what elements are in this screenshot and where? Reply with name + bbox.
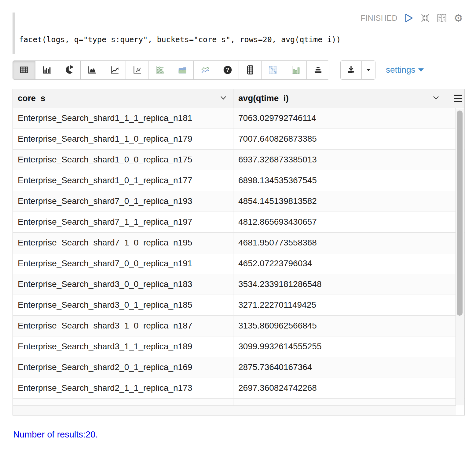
- table-row: Enterprise_Search_shard7_0_1_replica_n19…: [13, 191, 464, 212]
- table-row: Enterprise_Search_shard2_1_1_replica_n17…: [13, 378, 464, 399]
- cell-core-s: Enterprise_Search_shard3_0_1_replica_n18…: [13, 295, 233, 315]
- table-row: Enterprise_Search_shard7_0_0_replica_n19…: [13, 253, 464, 274]
- area-chart-icon: [87, 65, 97, 75]
- chevron-down-icon[interactable]: [220, 96, 226, 100]
- settings-toggle[interactable]: settings: [386, 65, 424, 75]
- editor-gutter: [13, 13, 15, 54]
- scrollbar-corner: [456, 405, 464, 415]
- table-row: Enterprise_Search_shard1_1_0_replica_n17…: [13, 129, 464, 150]
- table-row: Enterprise_Search_shard3_1_1_replica_n18…: [13, 336, 464, 357]
- cell-core-s: Enterprise_Search_shard1_1_1_replica_n18…: [13, 108, 233, 129]
- cell-avg-qtime: 7063.029792746114: [233, 108, 456, 129]
- column-header-core-s[interactable]: core_s: [13, 89, 233, 108]
- download-button[interactable]: [340, 60, 362, 80]
- table-body: Enterprise_Search_shard1_1_1_replica_n18…: [13, 108, 464, 399]
- cell-core-s: Enterprise_Search_shard3_1_0_replica_n18…: [13, 316, 233, 336]
- grid-menu-button[interactable]: [446, 89, 464, 108]
- table-row: Enterprise_Search_shard1_0_1_replica_n17…: [13, 170, 464, 191]
- grouped-bar-chart-button[interactable]: [284, 60, 307, 80]
- visualization-toolbar: ?: [13, 60, 424, 80]
- table-row: Enterprise_Search_shard3_0_1_replica_n18…: [13, 295, 464, 316]
- help-icon: ?: [222, 65, 233, 75]
- cell-avg-qtime: 6898.134535367545: [233, 170, 456, 191]
- line-chart-icon: [109, 65, 120, 75]
- pie-chart-icon: [64, 65, 75, 75]
- heatmap-icon: [268, 65, 278, 75]
- grouped-bar-chart-icon: [290, 65, 301, 75]
- vertical-scrollbar-track[interactable]: [456, 109, 464, 405]
- cell-avg-qtime: 4652.07223796034: [233, 253, 456, 274]
- svg-text:?: ?: [226, 67, 229, 73]
- cell-core-s: Enterprise_Search_shard2_1_1_replica_n17…: [13, 378, 233, 398]
- table-row: Enterprise_Search_shard3_0_0_replica_n18…: [13, 274, 464, 295]
- caret-down-icon: [366, 68, 371, 71]
- column-label: avg(qtime_i): [238, 93, 289, 103]
- cell-avg-qtime: 2875.73640167364: [233, 357, 456, 378]
- table-icon: [19, 65, 29, 75]
- results-table: core_s avg(qtime_i) Enterprise_Search_sh…: [13, 89, 465, 416]
- cell-core-s: Enterprise_Search_shard2_0_1_replica_n16…: [13, 357, 233, 378]
- bar-chart-button[interactable]: [35, 60, 58, 80]
- chart-type-group: ?: [13, 60, 329, 80]
- cell-core-s: Enterprise_Search_shard1_0_0_replica_n17…: [13, 150, 233, 170]
- column-header-avg-qtime[interactable]: avg(qtime_i): [233, 89, 446, 108]
- cell-core-s: Enterprise_Search_shard7_1_1_replica_n19…: [13, 212, 233, 232]
- notebook-paragraph: FINISHED: [0, 0, 476, 450]
- table-row: Enterprise_Search_shard7_1_0_replica_n19…: [13, 233, 464, 253]
- cell-avg-qtime: 4812.865693430657: [233, 212, 456, 232]
- grid-table-icon: [245, 65, 255, 75]
- cell-core-s: Enterprise_Search_shard7_0_1_replica_n19…: [13, 191, 233, 212]
- download-options-button[interactable]: [361, 60, 375, 80]
- line-chart-button[interactable]: [103, 60, 126, 80]
- cell-avg-qtime: 3135.860962566845: [233, 316, 456, 336]
- horizontal-bars-icon: [313, 65, 323, 75]
- horizontal-bar-chart-button[interactable]: [306, 60, 329, 80]
- bubble-chart-icon: [155, 65, 165, 75]
- cell-avg-qtime: 7007.640826873385: [233, 129, 456, 149]
- scatter-chart-icon: [132, 65, 142, 75]
- chevron-down-icon[interactable]: [433, 96, 439, 100]
- cell-core-s: Enterprise_Search_shard7_0_0_replica_n19…: [13, 253, 233, 274]
- cell-core-s: Enterprise_Search_shard1_1_0_replica_n17…: [13, 129, 233, 149]
- grid-table-button[interactable]: [239, 60, 262, 80]
- cell-core-s: Enterprise_Search_shard3_0_0_replica_n18…: [13, 274, 233, 295]
- stacked-area-chart-icon: [177, 65, 188, 75]
- table-row: Enterprise_Search_shard7_1_1_replica_n19…: [13, 212, 464, 233]
- code-editor[interactable]: facet(logs, q="type_s:query", buckets="c…: [13, 13, 463, 54]
- caret-down-icon: [418, 68, 424, 72]
- table-header-row: core_s avg(qtime_i): [13, 89, 464, 108]
- multi-line-chart-button[interactable]: [193, 60, 216, 80]
- download-group: [340, 60, 375, 80]
- table-row-partial: [13, 399, 464, 405]
- cell-core-s: Enterprise_Search_shard7_1_0_replica_n19…: [13, 233, 233, 253]
- bar-chart-icon: [42, 65, 52, 75]
- cell-avg-qtime: 3271.222701149425: [233, 295, 456, 315]
- table-view-button[interactable]: [13, 60, 35, 80]
- bubble-chart-button[interactable]: [148, 60, 171, 80]
- settings-label: settings: [386, 65, 416, 75]
- code-line[interactable]: facet(logs, q="type_s:query", buckets="c…: [19, 35, 341, 44]
- area-chart-button[interactable]: [80, 60, 103, 80]
- table-row: Enterprise_Search_shard3_1_0_replica_n18…: [13, 316, 464, 336]
- cell-core-s: Enterprise_Search_shard3_1_1_replica_n18…: [13, 336, 233, 357]
- cell-core-s: Enterprise_Search_shard1_0_1_replica_n17…: [13, 170, 233, 191]
- cell-avg-qtime: 2697.360824742268: [233, 378, 456, 398]
- help-button[interactable]: ?: [216, 60, 239, 80]
- table-row: Enterprise_Search_shard2_0_1_replica_n16…: [13, 357, 464, 378]
- menu-icon: [454, 95, 462, 102]
- heatmap-button[interactable]: [261, 60, 284, 80]
- result-count-text: Number of results:20.: [13, 430, 98, 440]
- column-label: core_s: [18, 93, 45, 103]
- cell-avg-qtime: 4681.950773558368: [233, 233, 456, 253]
- scatter-chart-button[interactable]: [126, 60, 148, 80]
- stacked-area-chart-button[interactable]: [171, 60, 194, 80]
- vertical-scrollbar-thumb[interactable]: [457, 111, 463, 316]
- cell-avg-qtime: 4854.145139813582: [233, 191, 456, 212]
- table-row: Enterprise_Search_shard1_1_1_replica_n18…: [13, 108, 464, 129]
- pie-chart-button[interactable]: [58, 60, 81, 80]
- cell-avg-qtime: 3099.9932614555255: [233, 336, 456, 357]
- cell-avg-qtime: 3534.2339181286548: [233, 274, 456, 295]
- multi-line-chart-icon: [200, 65, 210, 75]
- horizontal-scrollbar[interactable]: [13, 405, 456, 415]
- download-icon: [346, 65, 356, 75]
